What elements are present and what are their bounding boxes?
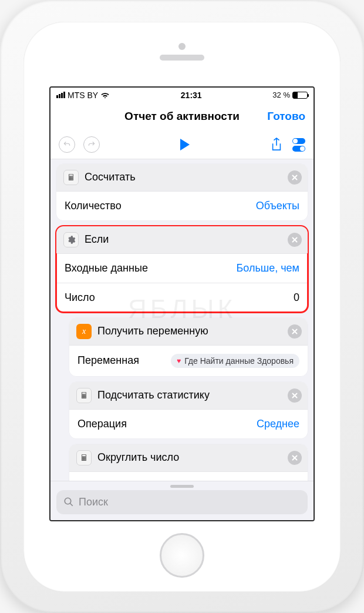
- param-label: Количество: [65, 200, 122, 212]
- param-label: Округлить: [77, 480, 127, 481]
- done-button[interactable]: Готово: [267, 110, 305, 123]
- bottom-sheet[interactable]: Поиск: [50, 481, 314, 520]
- param-value[interactable]: Больше, чем: [236, 262, 299, 274]
- action-title: Подсчитать статистику: [97, 389, 210, 401]
- action-card-statistics[interactable]: 🖩 Подсчитать статистику Операция Среднее: [69, 382, 308, 438]
- action-title: Получить переменную: [97, 325, 208, 337]
- calculator-icon: 🖩: [63, 170, 79, 185]
- action-card-get-variable[interactable]: x Получить переменную Переменная ♥Где На…: [69, 318, 308, 376]
- status-left: MTS BY: [56, 91, 110, 100]
- actions-list[interactable]: ЯБЛЫК 🖩 Сосчитать Количество Объекты: [50, 159, 314, 481]
- search-input[interactable]: Поиск: [56, 490, 308, 514]
- param-label: Переменная: [77, 354, 139, 367]
- action-title: Округлить число: [97, 451, 179, 464]
- delete-action-button[interactable]: [288, 233, 302, 247]
- gear-icon: [63, 232, 79, 247]
- wifi-icon: [100, 92, 110, 99]
- search-placeholder: Поиск: [79, 496, 108, 508]
- action-title: Если: [85, 233, 109, 246]
- variable-icon: x: [76, 324, 92, 339]
- play-button[interactable]: [180, 139, 190, 150]
- screen: MTS BY 21:31 32 % Отчет об активности Го…: [49, 86, 315, 521]
- page-title: Отчет об активности: [124, 110, 240, 123]
- search-icon: [63, 497, 74, 507]
- carrier-label: MTS BY: [68, 91, 98, 100]
- delete-action-button[interactable]: [288, 170, 302, 185]
- home-button[interactable]: [160, 533, 204, 578]
- phone-bezel: MTS BY 21:31 32 % Отчет об активности Го…: [23, 22, 341, 592]
- settings-toggle-button[interactable]: [292, 138, 305, 152]
- drag-handle[interactable]: [170, 485, 194, 488]
- undo-button[interactable]: [59, 136, 75, 153]
- nav-header: Отчет об активности Готово: [50, 103, 314, 131]
- heart-icon: ♥: [177, 357, 181, 365]
- param-value[interactable]: Среднее: [257, 418, 299, 430]
- svg-point-0: [65, 498, 71, 504]
- action-card-round[interactable]: 🖩 Округлить число Округлить Цифры после …: [69, 444, 308, 481]
- delete-action-button[interactable]: [288, 388, 302, 403]
- action-card-if[interactable]: Если Входные данные Больше, чем Число 0: [56, 226, 308, 312]
- param-label: Число: [65, 292, 95, 304]
- speaker-grille: [160, 55, 204, 61]
- delete-action-button[interactable]: [288, 451, 302, 465]
- variable-token-label: Где Найти данные Здоровья: [184, 356, 294, 366]
- battery-icon: [292, 92, 308, 99]
- param-value[interactable]: 0: [294, 292, 299, 304]
- calculator-icon: 🖩: [76, 388, 92, 403]
- action-card-count[interactable]: 🖩 Сосчитать Количество Объекты: [56, 164, 308, 220]
- action-title: Сосчитать: [85, 171, 136, 183]
- share-button[interactable]: [270, 137, 283, 152]
- toolbar: [50, 131, 314, 159]
- calculator-icon: 🖩: [76, 450, 92, 465]
- phone-chassis: MTS BY 21:31 32 % Отчет об активности Го…: [0, 0, 364, 613]
- param-value[interactable]: Цифры после запятой: [190, 480, 299, 481]
- status-right: 32 %: [272, 91, 308, 99]
- param-label: Входные данные: [65, 262, 148, 274]
- front-camera: [178, 43, 186, 50]
- variable-token[interactable]: ♥Где Найти данные Здоровья: [171, 354, 299, 368]
- redo-button[interactable]: [83, 136, 100, 153]
- param-label: Операция: [77, 418, 127, 430]
- battery-percent: 32 %: [272, 91, 290, 99]
- status-bar: MTS BY 21:31 32 %: [50, 88, 314, 103]
- delete-action-button[interactable]: [288, 324, 302, 339]
- signal-icon: [56, 92, 65, 98]
- param-value[interactable]: Объекты: [256, 200, 299, 212]
- clock: 21:31: [181, 91, 202, 100]
